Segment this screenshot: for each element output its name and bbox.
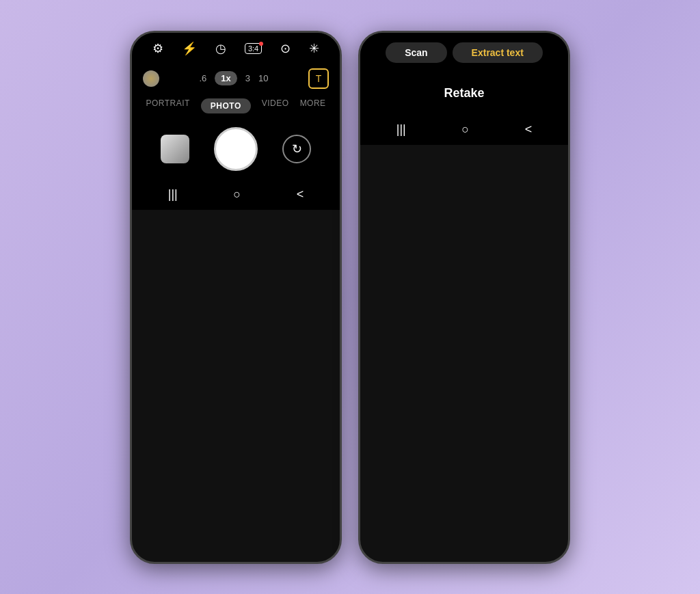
nav-home-right[interactable]: ○ (461, 122, 469, 137)
nav-bar-right: ||| ○ < (360, 114, 568, 145)
right-phone: Scan Extract text Copy Select all Share … (358, 31, 570, 564)
nav-bar-left: ||| ○ < (132, 179, 340, 210)
settings-icon[interactable]: ⚙ (152, 41, 163, 56)
ratio-badge[interactable]: 3:4 (245, 43, 262, 54)
gallery-thumbnail[interactable] (161, 135, 189, 163)
camera-top-bar: ⚙ ⚡ ◷ 3:4 ⊙ ✳ (132, 33, 340, 64)
zoom-levels: .6 1x 3 10 (199, 71, 268, 85)
timer-icon[interactable]: ◷ (215, 41, 226, 56)
ratio-dot (259, 42, 263, 46)
text-extract-icon[interactable]: T (308, 68, 329, 89)
tab-scan[interactable]: Scan (386, 42, 446, 63)
zoom-06[interactable]: .6 (199, 73, 206, 83)
effects-icon[interactable]: ✳ (309, 41, 319, 56)
camera-modes: PORTRAIT PHOTO VIDEO MORE (132, 93, 340, 119)
zoom-controls: .6 1x 3 10 T (132, 64, 340, 93)
mode-more[interactable]: MORE (300, 98, 326, 113)
flip-camera-button[interactable]: ↻ (282, 135, 311, 163)
nav-back-right[interactable]: < (525, 122, 533, 137)
mode-photo[interactable]: PHOTO (201, 98, 251, 113)
flash-icon[interactable]: ⚡ (182, 41, 197, 56)
left-phone: ⚙ ⚡ ◷ 3:4 ⊙ ✳ Some text LENOVO (130, 31, 342, 564)
right-bottom-bar: Retake (360, 72, 568, 114)
tab-extract[interactable]: Extract text (453, 42, 543, 63)
mode-portrait[interactable]: PORTRAIT (146, 98, 189, 113)
extract-screen: Scan Extract text Copy Select all Share … (360, 33, 568, 145)
nav-home-left[interactable]: ○ (233, 187, 241, 202)
zoom-10[interactable]: 10 (258, 73, 268, 83)
zoom-3[interactable]: 3 (245, 73, 250, 83)
retake-button[interactable]: Retake (444, 86, 484, 100)
camera-screen: ⚙ ⚡ ◷ 3:4 ⊙ ✳ Some text LENOVO (132, 33, 340, 210)
ratio-label: 3:4 (248, 44, 258, 53)
zoom-color-icon (143, 70, 159, 87)
camera-controls: ↻ (132, 119, 340, 179)
zoom-1x[interactable]: 1x (215, 71, 237, 85)
mode-video[interactable]: VIDEO (262, 98, 289, 113)
nav-recent-right[interactable]: ||| (396, 122, 406, 137)
nav-back-left[interactable]: < (297, 187, 304, 202)
record-icon[interactable]: ⊙ (280, 41, 291, 56)
nav-recent-left[interactable]: ||| (168, 187, 178, 202)
extract-top-bar: Scan Extract text (360, 33, 568, 72)
shutter-button[interactable] (214, 127, 258, 171)
